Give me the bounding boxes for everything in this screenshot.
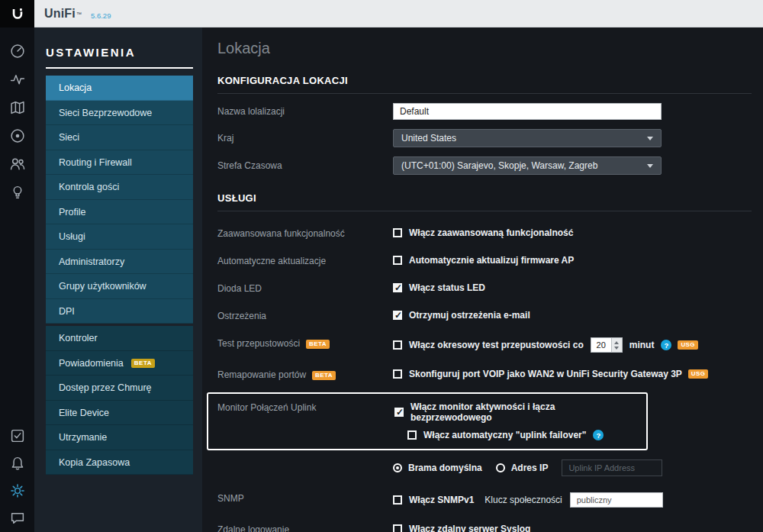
alerts-label: Ostrzeżenia [217, 310, 393, 321]
sidebar-item-sieci-bezprzewodowe[interactable]: Sieci Bezprzewodowe [46, 101, 193, 126]
default-gateway-radio[interactable] [393, 463, 402, 472]
country-selected-value: United States [401, 133, 456, 143]
beta-badge: BETA [312, 371, 336, 380]
rail-item-insights[interactable] [8, 185, 27, 200]
sidebar-item-dpi[interactable]: DPI [46, 299, 193, 324]
brand-tm: ™ [76, 11, 82, 17]
section-title: USŁUGI [217, 192, 752, 204]
uplink-target-radio-row: Brama domyślna Adres IP [393, 459, 752, 476]
uplink-monitor-highlight: Monitor Połączeń Uplink Włącz monitor ak… [207, 392, 648, 450]
led-checkbox[interactable] [393, 283, 402, 292]
sidebar-item-elite-device[interactable]: Elite Device [46, 401, 193, 426]
port-remap-label-text: Remapowanie portów [217, 369, 306, 380]
port-remap-label: Remapowanie portówBETA [217, 369, 393, 380]
top-bar: UniFi™ 5.6.29 [0, 0, 763, 27]
speed-test-label: Test przepustowościBETA [217, 337, 393, 349]
country-row: Kraj United States [217, 129, 752, 147]
sidebar-menu-primary: Lokacja Sieci Bezprzewodowe Sieci Routin… [46, 76, 193, 324]
events-check-icon [10, 428, 25, 443]
speed-test-checkbox[interactable] [393, 340, 402, 350]
port-remap-option-label: Skonfiguruj port VOIP jako WAN2 w UniFi … [409, 369, 682, 379]
devices-icon [10, 128, 25, 143]
insights-icon [10, 185, 25, 200]
timezone-selected-value: (UTC+01:00) Sarajevo, Skopje, Warsaw, Za… [401, 160, 597, 171]
sidebar-item-sieci[interactable]: Sieci [46, 125, 193, 150]
sidebar-item-administratorzy[interactable]: Administratorzy [46, 250, 193, 275]
snmp-row: SNMP Włącz SNMPv1 Klucz społeczności [217, 492, 752, 508]
country-label: Kraj [217, 133, 393, 143]
sidebar-item-kopia-zapasowa[interactable]: Kopia Zapasowa [46, 450, 193, 476]
speed-test-label-text: Test przepustowości [217, 338, 300, 349]
led-label: Dioda LED [217, 282, 393, 294]
site-name-input[interactable] [393, 103, 662, 120]
remote-log-option-label: Włącz zdalny serwer Syslog [409, 524, 530, 532]
rail-item-map[interactable] [8, 100, 27, 115]
rail-item-chat[interactable] [8, 511, 27, 526]
statistics-icon [10, 72, 25, 87]
sidebar-item-utrzymanie[interactable]: Utrzymanie [46, 425, 193, 450]
help-icon[interactable]: ? [593, 430, 604, 440]
advanced-features-checkbox[interactable] [393, 228, 402, 237]
rail-item-settings[interactable] [8, 483, 27, 498]
uplink-ip-input[interactable] [562, 459, 662, 476]
rail-item-alerts[interactable] [8, 456, 27, 471]
uplink-failover-option-label: Włącz automatyczny "uplink failover" [423, 430, 586, 440]
stepper-down-icon [614, 347, 619, 350]
port-remap-checkbox[interactable] [393, 369, 402, 379]
timezone-label: Strefa Czasowa [217, 160, 393, 171]
chevron-down-icon [647, 137, 653, 140]
sidebar-title-underline [46, 67, 193, 69]
speed-test-interval-input[interactable] [591, 337, 612, 353]
rail-item-events[interactable] [8, 428, 27, 443]
sidebar-item-profile[interactable]: Profile [46, 200, 193, 225]
uplink-monitor-label: Monitor Połączeń Uplink [217, 401, 394, 413]
help-icon[interactable]: ? [661, 340, 671, 350]
uplink-monitor-option-label: Włącz monitor aktywności i łącza bezprze… [410, 401, 637, 423]
clients-icon [10, 156, 25, 172]
stepper-up-icon [614, 341, 619, 344]
rail-item-clients[interactable] [8, 156, 27, 172]
ip-address-radio[interactable] [496, 463, 505, 472]
timezone-select[interactable]: (UTC+01:00) Sarajevo, Skopje, Warsaw, Za… [393, 156, 662, 175]
speed-test-row: Test przepustowościBETA Włącz okresowy t… [217, 337, 752, 353]
led-option-label: Włącz status LED [409, 282, 485, 293]
advanced-features-option-label: Włącz zaawansowaną funkcjonalność [409, 227, 573, 238]
unifi-controller-window: UniFi™ 5.6.29 [0, 0, 763, 532]
sidebar-item-uslugi[interactable]: Usługi [46, 224, 193, 250]
icon-rail [0, 27, 34, 532]
ubiquiti-logo[interactable] [0, 0, 34, 27]
sidebar-item-lokacja[interactable]: Lokacja [46, 76, 193, 101]
port-remap-row: Remapowanie portówBETA Skonfiguruj port … [217, 369, 752, 380]
sidebar-item-grupy-uzytkownikow[interactable]: Grupy użytkowników [46, 274, 193, 299]
advanced-features-label: Zaawansowana funkcjonalność [217, 227, 393, 239]
map-icon [10, 100, 25, 115]
chevron-down-icon [647, 164, 653, 168]
sidebar-item-powiadomienia[interactable]: PowiadomieniaBETA [46, 351, 193, 376]
ubiquiti-u-icon [9, 5, 26, 22]
beta-badge: BETA [131, 359, 155, 368]
snmp-community-input[interactable] [570, 492, 663, 508]
section-title: KONFIGURACJA LOKACJI [217, 75, 752, 86]
rail-item-dashboard[interactable] [8, 44, 27, 59]
remote-log-row: Zdalne logowanie Włącz zdalny serwer Sys… [217, 524, 752, 532]
alerts-checkbox[interactable] [393, 311, 402, 320]
interval-stepper[interactable] [612, 337, 623, 353]
rail-item-statistics[interactable] [8, 72, 27, 87]
rail-item-devices[interactable] [8, 128, 27, 143]
country-select[interactable]: United States [393, 129, 662, 147]
bell-icon [10, 456, 25, 471]
sidebar-menu-secondary: Kontroler PowiadomieniaBETA Dostęp przez… [46, 326, 193, 475]
sidebar-item-dostep-przez-chmure[interactable]: Dostęp przez Chmurę [46, 376, 193, 401]
snmp-checkbox[interactable] [393, 495, 402, 505]
uplink-failover-checkbox[interactable] [407, 430, 417, 440]
uplink-monitor-checkbox[interactable] [394, 408, 404, 417]
sidebar-item-kontroler[interactable]: Kontroler [46, 326, 193, 351]
remote-log-checkbox[interactable] [393, 524, 402, 532]
auto-update-checkbox[interactable] [393, 256, 402, 265]
sidebar-item-kontrola-gosci[interactable]: Kontrola gości [46, 175, 193, 200]
main-content: Lokacja KONFIGURACJA LOKACJI Nazwa lolal… [202, 27, 763, 532]
sidebar-item-routing-firewall[interactable]: Routing i Firewall [46, 150, 193, 176]
remote-log-label: Zdalne logowanie [217, 524, 393, 532]
auto-update-row: Automatyczne aktualizacje Automatycznie … [217, 255, 752, 266]
site-name-label: Nazwa lolalizacji [217, 106, 393, 117]
